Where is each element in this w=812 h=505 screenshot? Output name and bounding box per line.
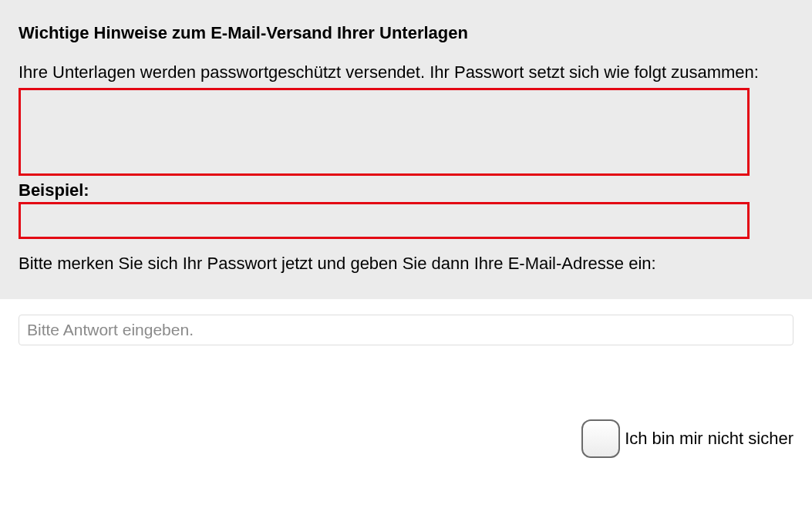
example-label: Beispiel: bbox=[19, 180, 793, 200]
answer-input[interactable] bbox=[19, 315, 793, 345]
example-box bbox=[19, 202, 750, 239]
password-composition-box bbox=[19, 88, 750, 176]
unsure-checkbox[interactable] bbox=[581, 419, 620, 458]
info-panel: Wichtige Hinweise zum E-Mail-Versand Ihr… bbox=[0, 0, 812, 299]
unsure-row: Ich bin mir nicht sicher bbox=[0, 419, 812, 458]
input-section bbox=[0, 299, 812, 345]
info-intro-text: Ihre Unterlagen werden passwortgeschützt… bbox=[19, 60, 793, 85]
unsure-label: Ich bin mir nicht sicher bbox=[625, 429, 793, 449]
instruction-text: Bitte merken Sie sich Ihr Passwort jetzt… bbox=[19, 247, 793, 281]
info-heading: Wichtige Hinweise zum E-Mail-Versand Ihr… bbox=[19, 23, 793, 43]
